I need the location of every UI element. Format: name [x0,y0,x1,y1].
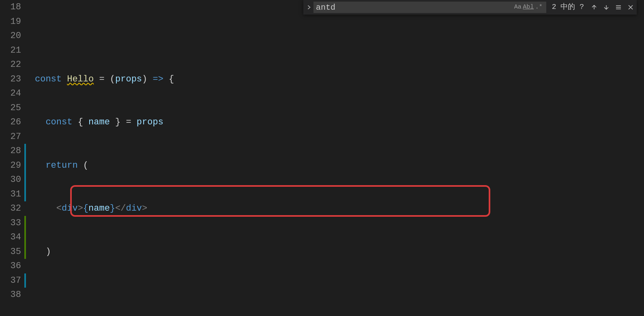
find-prev-button[interactable] [589,2,599,13]
code-editor[interactable]: 18 19 20 21 22 23 24 25 26 27 28 29 30 3… [0,0,644,316]
code-line[interactable] [35,29,644,43]
line-number: 21 [0,43,21,58]
line-number: 31 [0,187,21,202]
find-in-selection-button[interactable] [613,2,624,13]
code-line[interactable]: return ( [35,158,644,173]
line-number: 18 [0,0,21,15]
line-number: 29 [0,158,21,173]
close-icon [627,4,634,11]
code-line[interactable] [35,288,644,302]
line-number: 22 [0,58,21,72]
find-input[interactable] [316,3,512,12]
line-number: 35 [0,245,21,259]
line-number: 30 [0,173,21,187]
arrow-up-icon [591,4,597,11]
whole-word-toggle[interactable]: Abl [524,2,533,12]
chevron-right-icon [306,4,312,10]
line-number-gutter: 18 19 20 21 22 23 24 25 26 27 28 29 30 3… [0,0,24,316]
regex-toggle[interactable]: .* [534,2,544,12]
selection-icon [615,4,622,11]
find-status-text: 2 中的 ? [548,0,588,15]
find-replace-toggle[interactable] [305,0,313,15]
line-number: 27 [0,130,21,144]
find-next-button[interactable] [601,2,612,13]
line-number: 23 [0,72,21,87]
line-number: 24 [0,86,21,101]
line-number: 28 [0,144,21,158]
code-line[interactable]: ) [35,245,644,259]
line-number: 26 [0,115,21,130]
find-input-wrap: Aa Abl .* [313,2,546,13]
line-number: 20 [0,29,21,43]
editor-content[interactable]: const Hello = (props) => { const { name … [27,0,644,316]
line-number: 19 [0,15,21,29]
line-number: 33 [0,216,21,231]
code-line[interactable]: const { name } = props [35,115,644,130]
find-close-button[interactable] [625,2,636,13]
line-number: 25 [0,101,21,115]
find-widget: Aa Abl .* 2 中的 ? [303,0,637,15]
line-number: 32 [0,201,21,216]
match-case-toggle[interactable]: Aa [513,2,523,12]
line-number: 34 [0,230,21,245]
line-number: 37 [0,273,21,288]
code-line[interactable]: <div>{name}</div> [35,201,644,216]
line-number: 38 [0,288,21,302]
code-line[interactable]: const Hello = (props) => { [35,72,644,87]
arrow-down-icon [603,4,610,11]
line-number: 36 [0,259,21,273]
